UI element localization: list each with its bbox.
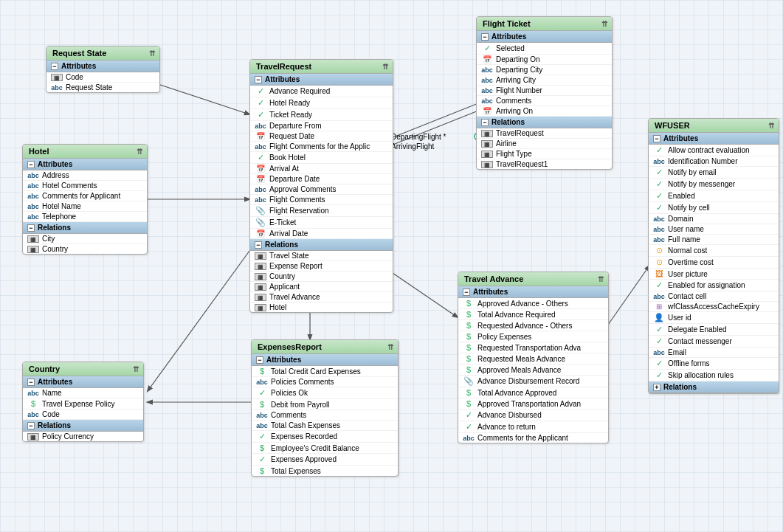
attr-row: ✓Expenses Recorded xyxy=(252,431,398,443)
attr-row: abcFlight Number xyxy=(477,86,612,96)
abc-icon: abc xyxy=(256,412,268,419)
check-icon: ✓ xyxy=(256,432,268,441)
attr-row: $Total Credit Card Expenses xyxy=(252,366,398,377)
check-icon: ✓ xyxy=(255,98,266,108)
attr-row: abcContact cell xyxy=(649,291,779,302)
attr-row: $Total Advance Required xyxy=(458,309,608,320)
attr-row: 🖼User picture xyxy=(649,269,779,280)
attr-row: 📎Advance Disbursement Record xyxy=(458,376,608,387)
abc-icon: abc xyxy=(27,193,39,200)
grid-icon: ▦ xyxy=(27,235,39,243)
attr-row: abcUser name xyxy=(649,224,779,235)
section-relations-tr: − Relations xyxy=(250,239,393,251)
dollar-icon: $ xyxy=(463,399,475,408)
dollar-icon: $ xyxy=(463,388,475,397)
abc-icon: abc xyxy=(27,172,39,179)
grid-icon: ▦ xyxy=(481,140,493,148)
entity-flight-ticket: Flight Ticket ⇈ − Attributes ✓Selected 📅… xyxy=(476,16,613,170)
attr-row: ✓Delegate Enabled xyxy=(649,324,779,336)
dollar-icon: $ xyxy=(256,400,268,409)
section-relations-wf[interactable]: + Relations xyxy=(649,381,779,393)
attr-row: abcTelephone xyxy=(23,212,147,222)
abc-icon: abc xyxy=(27,390,39,397)
entity-country: Country ⇈ − Attributes abcName $Travel E… xyxy=(22,362,144,442)
dollar-icon: $ xyxy=(256,367,268,376)
attr-row: ⊞wfClassAccessCacheExpiry xyxy=(649,302,779,312)
attr-row: ▦Applicant xyxy=(250,282,393,292)
dollar-icon: $ xyxy=(463,310,475,319)
abc-icon: abc xyxy=(653,226,665,233)
entity-request-state: Request State ⇈ − Attributes ▦ Code abc … xyxy=(46,46,160,93)
attr-row: 📎E-Ticket xyxy=(250,217,393,229)
abc-icon: abc xyxy=(481,66,493,74)
attr-row: 📅Arrival At xyxy=(250,164,393,174)
attr-row: 📅Departure Date xyxy=(250,174,393,184)
attr-row: ▦Airline xyxy=(477,139,612,149)
attr-row: abcHotel Name xyxy=(23,201,147,212)
abc-icon: abc xyxy=(27,213,39,221)
abc-icon: abc xyxy=(481,77,493,84)
attr-row: abcHotel Comments xyxy=(23,181,147,191)
check-icon: ✓ xyxy=(255,110,266,120)
abc-icon: abc xyxy=(27,182,39,190)
entity-hotel: Hotel ⇈ − Attributes abcAddress abcHotel… xyxy=(22,144,148,255)
check-icon: ✓ xyxy=(653,179,665,189)
entity-country-header: Country ⇈ xyxy=(23,362,143,376)
abc-icon: abc xyxy=(256,422,268,429)
section-attributes-country: − Attributes xyxy=(23,376,143,388)
grid-icon: ▦ xyxy=(255,273,266,280)
attr-row: ✓Contact messenger xyxy=(649,336,779,348)
attr-row: ▦Hotel xyxy=(250,303,393,312)
attr-row: 📅Request Date xyxy=(250,131,393,142)
cal-icon: 📅 xyxy=(481,55,493,63)
check-icon: ✓ xyxy=(481,44,493,53)
attr-row: ▦City xyxy=(23,234,147,244)
check-icon: ✓ xyxy=(653,280,665,290)
dollar-icon: $ xyxy=(463,365,475,374)
attr-row: ✓Advance Required xyxy=(250,86,393,97)
attr-row: ▦TravelRequest1 xyxy=(477,159,612,169)
dollar-icon: $ xyxy=(463,299,475,308)
attr-row: abcDomain xyxy=(649,214,779,224)
attr-row: abcComments for the Applicant xyxy=(458,433,608,443)
section-attributes-rs: − Attributes xyxy=(46,61,159,72)
attr-row: abcFlight Comments for the Applic xyxy=(250,142,393,152)
dollar-icon: $ xyxy=(463,321,475,330)
attr-row: abcIdentification Number xyxy=(649,156,779,167)
attr-row: ▦Country xyxy=(250,272,393,282)
entity-expenses-report: ExpensesReport ⇈ − Attributes $Total Cre… xyxy=(251,339,399,477)
attr-row: abcFlight Comments xyxy=(250,195,393,205)
attr-row: ✓Selected xyxy=(477,43,612,55)
grid-icon: ▦ xyxy=(27,433,39,441)
attr-row: ▦Country xyxy=(23,244,147,254)
attr-row: abcCode xyxy=(23,410,143,420)
check-icon: ✓ xyxy=(653,336,665,346)
img-icon: 🖼 xyxy=(653,269,665,278)
grid-icon: ▦ xyxy=(255,252,266,260)
abc-icon: abc xyxy=(27,411,39,418)
attr-row: ▦Expense Report xyxy=(250,261,393,272)
attr-row: 👤User id xyxy=(649,312,779,324)
attr-row: 📎Flight Reservation xyxy=(250,205,393,217)
check-icon: ✓ xyxy=(653,359,665,368)
check-icon: ✓ xyxy=(463,422,475,432)
cal-icon: 📅 xyxy=(255,132,266,140)
attr-row: abcAddress xyxy=(23,170,147,181)
attr-row: $Approved Transportation Advan xyxy=(458,398,608,410)
check-icon: ✓ xyxy=(256,455,268,464)
abc-icon: abc xyxy=(256,379,268,386)
attr-row: ▦Flight Type xyxy=(477,149,612,159)
db-icon: ⊞ xyxy=(653,303,665,311)
check-icon: ✓ xyxy=(463,410,475,420)
section-relations-country: − Relations xyxy=(23,420,143,432)
abc-icon: abc xyxy=(653,349,665,356)
cal-icon: 📅 xyxy=(255,175,266,183)
abc-icon: abc xyxy=(255,122,266,130)
svg-line-5 xyxy=(148,251,249,391)
abc-icon: abc xyxy=(653,158,665,165)
attr-row: abcTotal Cash Expenses xyxy=(252,421,398,431)
abc-icon: abc xyxy=(27,203,39,210)
abc-icon: abc xyxy=(481,87,493,94)
abc-icon: abc xyxy=(255,196,266,204)
grid-icon: ▦ xyxy=(255,283,266,291)
